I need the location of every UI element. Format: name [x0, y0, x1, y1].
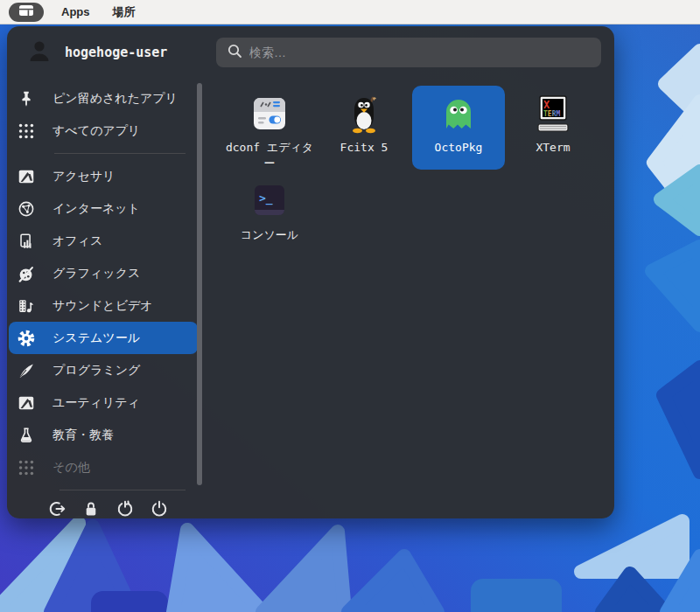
sidebar-item-all-apps[interactable]: すべてのアプリ — [9, 115, 198, 147]
app-label: Fcitx 5 — [339, 140, 390, 156]
globe-network-icon — [16, 198, 37, 219]
power-off-button[interactable] — [144, 497, 174, 523]
category-sidebar: ピン留めされたアプリ すべてのアプリ アクセサリ — [9, 82, 198, 523]
sidebar-item-label: その他 — [52, 460, 90, 476]
sidebar-item-label: すべてのアプリ — [52, 123, 140, 139]
lock-icon — [81, 499, 101, 521]
sidebar-item-label: プログラミング — [52, 363, 140, 379]
sidebar-item-utilities[interactable]: ユーティリティ — [9, 386, 198, 419]
sidebar-item-pinned-apps[interactable]: ピン留めされたアプリ — [9, 82, 198, 115]
sidebar-item-label: グラフィックス — [52, 266, 140, 282]
topbar-apps-menu[interactable]: Apps — [56, 2, 95, 22]
app-item-fcitx5[interactable]: Fcitx 5 — [318, 86, 410, 170]
app-label: OctoPkg — [433, 140, 485, 156]
sidebar-item-label: 教育・教養 — [52, 428, 114, 443]
app-label: コンソール — [239, 227, 300, 243]
app-item-dconf-editor[interactable]: dconf エディター — [223, 86, 316, 170]
lock-screen-button[interactable] — [76, 497, 106, 523]
octopkg-ghost-icon — [438, 93, 480, 135]
console-prompt-glyph: >_ — [259, 191, 273, 205]
palette-icon — [16, 263, 37, 284]
app-label: dconf エディター — [223, 140, 316, 170]
sidebar-item-label: インターネット — [52, 201, 140, 217]
sidebar-item-graphics[interactable]: グラフィックス — [9, 257, 198, 289]
sidebar-item-education[interactable]: 教育・教養 — [9, 419, 198, 451]
search-icon — [227, 43, 242, 62]
flask-icon — [16, 425, 37, 446]
console-terminal-icon: >_ — [248, 180, 290, 222]
gear-icon — [16, 328, 37, 349]
svg-text:TERM: TERM — [543, 110, 560, 118]
logout-icon — [47, 499, 66, 521]
session-actions — [9, 497, 198, 523]
sidebar-item-label: ピン留めされたアプリ — [52, 91, 178, 107]
sidebar-item-programming[interactable]: プログラミング — [9, 354, 198, 386]
user-name: hogehoge-user — [65, 45, 167, 60]
power-icon — [150, 499, 169, 521]
ruler-a-icon — [16, 393, 37, 414]
ruler-a-icon — [16, 166, 37, 187]
sidebar-divider — [60, 490, 186, 490]
apps-grid-icon — [16, 457, 37, 478]
sidebar-item-label: システムツール — [52, 330, 140, 346]
logout-button[interactable] — [42, 497, 72, 523]
user-account-item[interactable]: hogehoge-user — [26, 38, 167, 66]
topbar-places-menu[interactable]: 場所 — [108, 1, 141, 24]
restart-icon — [116, 499, 135, 521]
xterm-monitor-icon: X TERM — [532, 93, 574, 135]
user-avatar-icon — [26, 38, 52, 67]
search-field[interactable] — [216, 38, 601, 67]
app-item-console[interactable]: >_ コンソール — [223, 173, 316, 257]
top-bar: Apps 場所 — [0, 0, 700, 24]
sidebar-item-sound-video[interactable]: サウンドとビデオ — [9, 289, 198, 322]
sidebar-divider — [54, 153, 186, 154]
film-music-icon — [16, 296, 37, 316]
quill-icon — [16, 360, 37, 381]
search-input[interactable] — [249, 45, 591, 59]
tux-penguin-brush-icon — [343, 93, 385, 135]
window-layout-icon — [18, 3, 35, 21]
sidebar-item-system-tools[interactable]: システムツール — [9, 322, 198, 354]
sidebar-item-label: ユーティリティ — [52, 395, 140, 411]
applications-menu-button[interactable] — [9, 3, 44, 22]
pin-icon — [16, 88, 37, 109]
sidebar-item-label: アクセサリ — [52, 169, 116, 184]
app-item-xterm[interactable]: X TERM XTerm — [507, 86, 599, 170]
sidebar-item-internet[interactable]: インターネット — [9, 192, 198, 225]
apps-grid-icon — [16, 121, 37, 142]
sidebar-scrollbar[interactable] — [197, 83, 202, 485]
restart-button[interactable] — [110, 497, 140, 523]
app-label: XTerm — [534, 140, 571, 156]
app-menu-panel: hogehoge-user ピン留めされたアプリ — [7, 26, 614, 518]
sidebar-item-label: オフィス — [52, 233, 102, 249]
document-chart-icon — [16, 231, 37, 252]
sidebar-item-other[interactable]: その他 — [9, 451, 198, 483]
sidebar-item-label: サウンドとビデオ — [52, 298, 153, 314]
sidebar-item-office[interactable]: オフィス — [9, 225, 198, 257]
dconf-editor-icon — [248, 93, 290, 135]
sidebar-item-accessories[interactable]: アクセサリ — [9, 160, 198, 192]
app-item-octopkg[interactable]: OctoPkg — [412, 86, 505, 170]
